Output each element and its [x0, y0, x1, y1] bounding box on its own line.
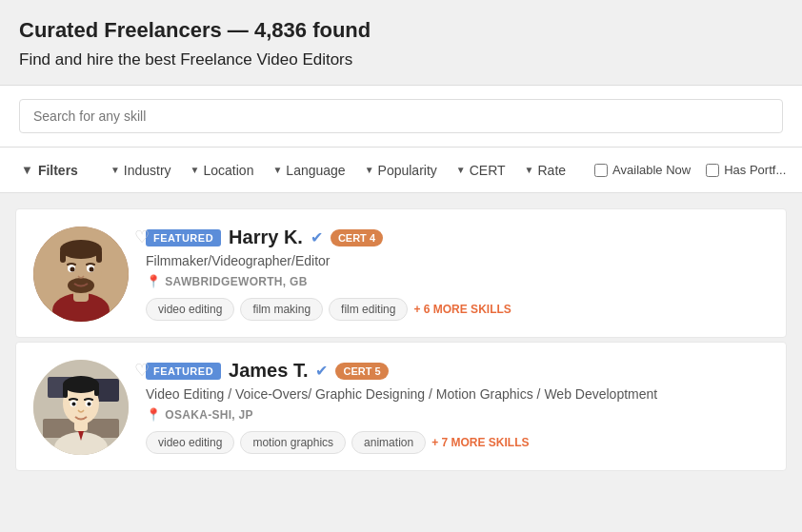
- arrow-icon: ▼: [525, 165, 534, 175]
- has-portfolio-checkbox[interactable]: [706, 164, 719, 177]
- freelancer-name-harry: Harry K.: [229, 227, 303, 248]
- filter-rate-button[interactable]: ▼ Rate: [517, 157, 573, 184]
- card-content-harry: FEATURED Harry K. ✔ CERT 4 Filmmaker/Vid…: [146, 227, 769, 321]
- search-bar-wrapper: [0, 85, 802, 148]
- featured-badge-james: FEATURED: [146, 363, 221, 380]
- avatar-wrapper-james: ♡: [33, 360, 129, 455]
- arrow-icon: ▼: [272, 165, 282, 175]
- svg-point-10: [70, 267, 75, 272]
- card-header-james: FEATURED James T. ✔ CERT 5: [146, 360, 769, 382]
- svg-rect-21: [63, 384, 68, 398]
- skill-tag: film editing: [329, 298, 408, 321]
- freelancers-list: ♡ FEATURED Harry K. ✔ CERT 4 Filmmaker/V…: [0, 193, 802, 486]
- funnel-icon: ▼: [21, 163, 33, 177]
- skill-tag: film making: [240, 298, 323, 321]
- card-header-harry: FEATURED Harry K. ✔ CERT 4: [146, 227, 769, 248]
- page-header: Curated Freelancers — 4,836 found Find a…: [0, 0, 802, 85]
- cert-badge-james: CERT 5: [335, 363, 388, 380]
- verified-icon-harry: ✔: [311, 228, 323, 246]
- card-content-james: FEATURED James T. ✔ CERT 5 Video Editing…: [146, 360, 769, 454]
- available-now-checkbox[interactable]: [594, 164, 608, 177]
- available-now-filter[interactable]: Available Now: [589, 163, 696, 177]
- skill-tag: motion graphics: [240, 431, 346, 454]
- svg-point-26: [88, 403, 91, 406]
- arrow-icon: ▼: [110, 165, 120, 175]
- freelancer-card-harry: ♡ FEATURED Harry K. ✔ CERT 4 Filmmaker/V…: [15, 208, 787, 338]
- page-subtitle: Find and hire the best Freelance Video E…: [19, 50, 352, 69]
- svg-rect-22: [94, 384, 99, 396]
- search-input[interactable]: [19, 99, 783, 133]
- freelancer-location-harry: 📍 SAWBRIDGEWORTH, GB: [146, 274, 769, 288]
- more-skills-harry[interactable]: + 6 MORE SKILLS: [413, 303, 511, 316]
- svg-point-25: [72, 403, 76, 406]
- skills-row-harry: video editing film making film editing +…: [146, 298, 769, 321]
- freelancer-title-james: Video Editing / Voice-Overs/ Graphic Des…: [146, 386, 769, 402]
- filter-location-button[interactable]: ▼ Location: [183, 157, 262, 184]
- svg-point-11: [90, 267, 94, 272]
- filter-popularity-button[interactable]: ▼ Popularity: [357, 157, 445, 184]
- verified-icon-james: ✔: [315, 362, 328, 380]
- skill-tag: animation: [351, 431, 426, 454]
- filters-main-button[interactable]: ▼ Filters: [11, 157, 88, 184]
- svg-point-20: [63, 376, 99, 393]
- skill-tag: video editing: [146, 298, 234, 321]
- page-title: Curated Freelancers — 4,836 found Find a…: [19, 17, 783, 71]
- arrow-icon: ▼: [190, 165, 200, 175]
- svg-rect-5: [60, 249, 66, 263]
- skill-tag: video editing: [146, 431, 234, 454]
- arrow-icon: ▼: [456, 165, 466, 175]
- featured-badge-harry: FEATURED: [146, 229, 221, 246]
- has-portfolio-filter[interactable]: Has Portf...: [700, 163, 792, 177]
- favorite-icon-harry[interactable]: ♡: [134, 227, 150, 247]
- filter-industry-button[interactable]: ▼ Industry: [103, 157, 179, 184]
- freelancer-name-james: James T.: [229, 360, 308, 382]
- freelancer-card-james: ♡ FEATURED James T. ✔ CERT 5 Video Editi…: [15, 342, 787, 471]
- freelancer-title-harry: Filmmaker/Videographer/Editor: [146, 253, 769, 268]
- location-icon-harry: 📍: [146, 274, 161, 288]
- svg-point-4: [60, 240, 102, 259]
- svg-rect-6: [96, 249, 102, 263]
- more-skills-james[interactable]: + 7 MORE SKILLS: [431, 436, 529, 449]
- filter-cert-button[interactable]: ▼ CERT: [449, 157, 513, 184]
- filter-language-button[interactable]: ▼ Language: [265, 157, 352, 184]
- avatar-wrapper-harry: ♡: [33, 227, 129, 322]
- arrow-icon: ▼: [365, 165, 374, 175]
- cert-badge-harry: CERT 4: [331, 229, 383, 246]
- avatar-harry: [33, 227, 129, 322]
- freelancer-location-james: 📍 OSAKA-SHI, JP: [146, 407, 769, 422]
- location-icon-james: 📍: [146, 407, 161, 422]
- avatar-james: [33, 360, 129, 455]
- favorite-icon-james[interactable]: ♡: [134, 360, 150, 381]
- filters-bar: ▼ Filters ▼ Industry ▼ Location ▼ Langua…: [0, 148, 802, 193]
- skills-row-james: video editing motion graphics animation …: [146, 431, 769, 454]
